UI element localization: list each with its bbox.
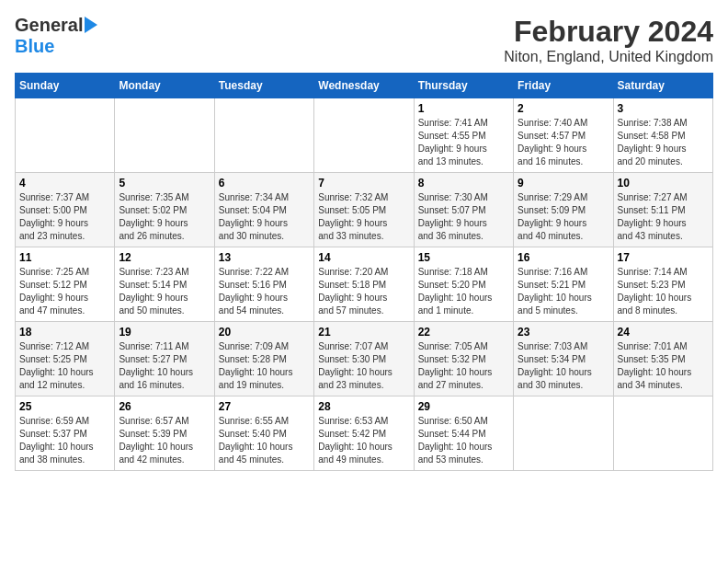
calendar-table: SundayMondayTuesdayWednesdayThursdayFrid… — [15, 73, 713, 471]
week-row-1: 4Sunrise: 7:37 AM Sunset: 5:00 PM Daylig… — [16, 173, 713, 247]
day-number: 2 — [518, 102, 609, 115]
calendar-cell — [115, 98, 214, 173]
day-info: Sunrise: 7:20 AM Sunset: 5:18 PM Dayligh… — [318, 266, 409, 317]
day-number: 4 — [19, 177, 110, 190]
day-number: 11 — [19, 251, 110, 264]
calendar-cell: 21Sunrise: 7:07 AM Sunset: 5:30 PM Dayli… — [314, 322, 414, 396]
day-number: 18 — [19, 326, 110, 339]
header-day-friday: Friday — [514, 74, 613, 98]
day-info: Sunrise: 7:07 AM Sunset: 5:30 PM Dayligh… — [318, 340, 409, 392]
day-number: 26 — [119, 400, 210, 413]
day-info: Sunrise: 7:11 AM Sunset: 5:27 PM Dayligh… — [119, 340, 210, 392]
calendar-body: 1Sunrise: 7:41 AM Sunset: 4:55 PM Daylig… — [16, 98, 713, 471]
logo-blue: Blue — [15, 36, 54, 57]
day-info: Sunrise: 7:32 AM Sunset: 5:05 PM Dayligh… — [318, 191, 409, 243]
calendar-cell: 19Sunrise: 7:11 AM Sunset: 5:27 PM Dayli… — [115, 322, 214, 396]
day-info: Sunrise: 6:50 AM Sunset: 5:44 PM Dayligh… — [418, 415, 509, 466]
calendar-cell: 10Sunrise: 7:27 AM Sunset: 5:11 PM Dayli… — [613, 173, 712, 247]
day-info: Sunrise: 7:30 AM Sunset: 5:07 PM Dayligh… — [418, 191, 509, 243]
logo: General Blue — [15, 15, 97, 57]
day-info: Sunrise: 6:53 AM Sunset: 5:42 PM Dayligh… — [318, 415, 409, 466]
calendar-cell: 16Sunrise: 7:16 AM Sunset: 5:21 PM Dayli… — [514, 247, 613, 322]
day-info: Sunrise: 7:27 AM Sunset: 5:11 PM Dayligh… — [618, 191, 709, 243]
calendar-cell — [16, 98, 115, 173]
week-row-3: 18Sunrise: 7:12 AM Sunset: 5:25 PM Dayli… — [16, 322, 713, 396]
day-number: 9 — [518, 177, 609, 190]
calendar-cell: 14Sunrise: 7:20 AM Sunset: 5:18 PM Dayli… — [314, 247, 414, 322]
day-info: Sunrise: 7:40 AM Sunset: 4:57 PM Dayligh… — [518, 117, 609, 168]
day-info: Sunrise: 7:09 AM Sunset: 5:28 PM Dayligh… — [219, 340, 310, 392]
day-number: 6 — [219, 177, 310, 190]
calendar-cell: 20Sunrise: 7:09 AM Sunset: 5:28 PM Dayli… — [214, 322, 313, 396]
calendar-cell: 26Sunrise: 6:57 AM Sunset: 5:39 PM Dayli… — [115, 396, 214, 471]
day-info: Sunrise: 7:03 AM Sunset: 5:34 PM Dayligh… — [518, 340, 609, 392]
page-title: February 2024 — [504, 15, 713, 49]
calendar-cell — [613, 396, 712, 471]
day-info: Sunrise: 7:14 AM Sunset: 5:23 PM Dayligh… — [618, 266, 709, 317]
day-info: Sunrise: 7:18 AM Sunset: 5:20 PM Dayligh… — [418, 266, 509, 317]
calendar-cell: 3Sunrise: 7:38 AM Sunset: 4:58 PM Daylig… — [613, 98, 712, 173]
calendar-cell: 27Sunrise: 6:55 AM Sunset: 5:40 PM Dayli… — [214, 396, 313, 471]
week-row-0: 1Sunrise: 7:41 AM Sunset: 4:55 PM Daylig… — [16, 98, 713, 173]
day-info: Sunrise: 6:55 AM Sunset: 5:40 PM Dayligh… — [219, 415, 310, 466]
day-number: 8 — [418, 177, 509, 190]
header-day-saturday: Saturday — [613, 74, 712, 98]
day-number: 29 — [418, 400, 509, 413]
title-block: February 2024 Niton, England, United Kin… — [504, 15, 713, 65]
calendar-cell: 25Sunrise: 6:59 AM Sunset: 5:37 PM Dayli… — [16, 396, 115, 471]
day-info: Sunrise: 6:57 AM Sunset: 5:39 PM Dayligh… — [119, 415, 210, 466]
day-info: Sunrise: 7:34 AM Sunset: 5:04 PM Dayligh… — [219, 191, 310, 243]
calendar-cell: 28Sunrise: 6:53 AM Sunset: 5:42 PM Dayli… — [314, 396, 414, 471]
day-number: 12 — [119, 251, 210, 264]
calendar-cell: 2Sunrise: 7:40 AM Sunset: 4:57 PM Daylig… — [514, 98, 613, 173]
day-info: Sunrise: 7:23 AM Sunset: 5:14 PM Dayligh… — [119, 266, 210, 317]
day-info: Sunrise: 7:12 AM Sunset: 5:25 PM Dayligh… — [19, 340, 110, 392]
day-number: 24 — [618, 326, 709, 339]
day-info: Sunrise: 7:16 AM Sunset: 5:21 PM Dayligh… — [518, 266, 609, 317]
page-subtitle: Niton, England, United Kingdom — [504, 49, 713, 65]
day-info: Sunrise: 7:01 AM Sunset: 5:35 PM Dayligh… — [618, 340, 709, 392]
day-info: Sunrise: 6:59 AM Sunset: 5:37 PM Dayligh… — [19, 415, 110, 466]
calendar-cell: 18Sunrise: 7:12 AM Sunset: 5:25 PM Dayli… — [16, 322, 115, 396]
day-info: Sunrise: 7:22 AM Sunset: 5:16 PM Dayligh… — [219, 266, 310, 317]
day-number: 17 — [618, 251, 709, 264]
day-number: 1 — [418, 102, 509, 115]
calendar-cell: 29Sunrise: 6:50 AM Sunset: 5:44 PM Dayli… — [414, 396, 513, 471]
day-info: Sunrise: 7:25 AM Sunset: 5:12 PM Dayligh… — [19, 266, 110, 317]
calendar-cell: 15Sunrise: 7:18 AM Sunset: 5:20 PM Dayli… — [414, 247, 513, 322]
calendar-cell — [514, 396, 613, 471]
week-row-2: 11Sunrise: 7:25 AM Sunset: 5:12 PM Dayli… — [16, 247, 713, 322]
calendar-cell: 6Sunrise: 7:34 AM Sunset: 5:04 PM Daylig… — [214, 173, 313, 247]
day-number: 5 — [119, 177, 210, 190]
header-day-thursday: Thursday — [414, 74, 513, 98]
calendar-cell — [214, 98, 313, 173]
calendar-cell: 22Sunrise: 7:05 AM Sunset: 5:32 PM Dayli… — [414, 322, 513, 396]
calendar-cell: 12Sunrise: 7:23 AM Sunset: 5:14 PM Dayli… — [115, 247, 214, 322]
calendar-cell: 8Sunrise: 7:30 AM Sunset: 5:07 PM Daylig… — [414, 173, 513, 247]
calendar-cell: 24Sunrise: 7:01 AM Sunset: 5:35 PM Dayli… — [613, 322, 712, 396]
logo-general: General — [15, 15, 83, 36]
day-number: 15 — [418, 251, 509, 264]
calendar-cell: 11Sunrise: 7:25 AM Sunset: 5:12 PM Dayli… — [16, 247, 115, 322]
day-number: 14 — [318, 251, 409, 264]
day-number: 23 — [518, 326, 609, 339]
calendar-cell: 13Sunrise: 7:22 AM Sunset: 5:16 PM Dayli… — [214, 247, 313, 322]
calendar-header-row: SundayMondayTuesdayWednesdayThursdayFrid… — [16, 74, 713, 98]
calendar-cell: 4Sunrise: 7:37 AM Sunset: 5:00 PM Daylig… — [16, 173, 115, 247]
calendar-cell: 5Sunrise: 7:35 AM Sunset: 5:02 PM Daylig… — [115, 173, 214, 247]
header-day-wednesday: Wednesday — [314, 74, 414, 98]
day-info: Sunrise: 7:05 AM Sunset: 5:32 PM Dayligh… — [418, 340, 509, 392]
day-number: 27 — [219, 400, 310, 413]
calendar-cell: 17Sunrise: 7:14 AM Sunset: 5:23 PM Dayli… — [613, 247, 712, 322]
day-info: Sunrise: 7:35 AM Sunset: 5:02 PM Dayligh… — [119, 191, 210, 243]
day-number: 16 — [518, 251, 609, 264]
header-day-sunday: Sunday — [16, 74, 115, 98]
calendar-cell: 23Sunrise: 7:03 AM Sunset: 5:34 PM Dayli… — [514, 322, 613, 396]
day-number: 25 — [19, 400, 110, 413]
calendar-cell: 9Sunrise: 7:29 AM Sunset: 5:09 PM Daylig… — [514, 173, 613, 247]
calendar-cell: 7Sunrise: 7:32 AM Sunset: 5:05 PM Daylig… — [314, 173, 414, 247]
day-number: 7 — [318, 177, 409, 190]
day-number: 10 — [618, 177, 709, 190]
header-day-monday: Monday — [115, 74, 214, 98]
day-number: 22 — [418, 326, 509, 339]
